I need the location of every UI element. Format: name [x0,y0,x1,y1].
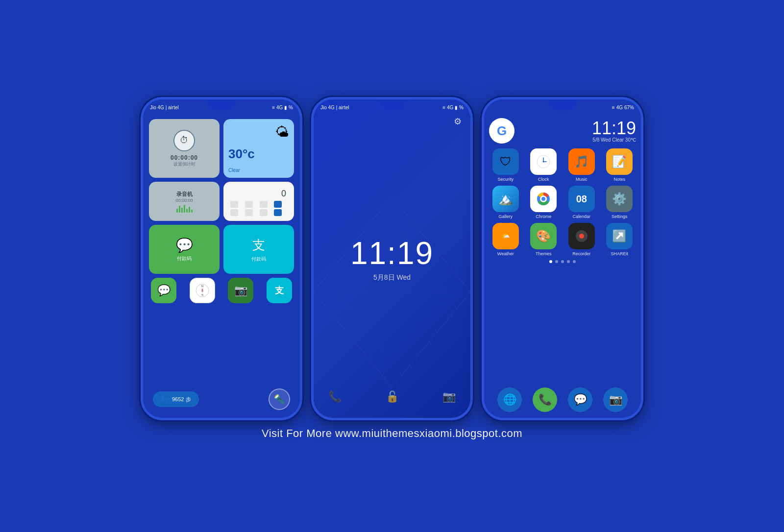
svg-point-19 [541,197,545,201]
wave-bar-7 [191,210,193,213]
recorder-title: 录音机 [154,191,215,198]
lock-time: 11:19 [350,235,434,271]
app-notes[interactable]: 📝 Notes [603,148,637,182]
lockscreen-background: ⚙ 11:19 5月8日 Wed 📞 🔓 📷 [314,99,470,418]
app-recorder[interactable]: Recorder [565,223,598,256]
settings-icon: ⚙️ [606,186,633,212]
app-shareit[interactable]: ↗️ SHAREit [603,223,637,256]
phone1-content: ⏱ 00:00:00 设置倒计时 🌤 30°c Clear 录音机 [143,114,300,418]
calc-btn-6 [245,209,253,216]
app-dock: 🌐 📞 💬 📷 [484,387,641,412]
themes-icon: 🎨 [530,223,557,249]
app-weather[interactable]: 🌤️ Weather [489,223,522,256]
notch-right [548,99,577,110]
wave-bar-1 [176,209,178,213]
steps-button[interactable]: 👣 9652 步 [153,391,199,407]
flashlight-icon: 🔦 [274,394,285,405]
home-header: G 11:19 5/8 Wed Clear 30℃ [489,118,636,144]
app-clock[interactable]: Clock [527,148,561,182]
app-gallery[interactable]: 🏔️ Gallery [489,186,522,219]
phone3-content: G 11:19 5/8 Wed Clear 30℃ 🛡 Security [484,114,641,418]
gallery-label: Gallery [498,214,513,219]
svg-text:S: S [201,293,203,296]
app-alipay-small[interactable]: 支 [267,278,292,303]
app-compass[interactable]: N S [190,278,215,303]
app-security[interactable]: 🛡 Security [489,148,522,182]
carrier-middle: Jio 4G | airtel [320,105,349,110]
chrome-svg [536,191,551,207]
phone-left: Jio 4G | airtel ≡ 4G ▮ % ⏱ 00:00:00 设置倒计… [141,97,302,420]
recorder-wave [154,205,215,213]
dot-5 [573,260,576,263]
flashlight-button[interactable]: 🔦 [269,388,290,410]
calc-btn-3 [260,201,268,208]
widget-wechat: 💬 付款码 [149,225,220,274]
calc-buttons [228,201,289,216]
phone-right-screen: ≡ 4G 67% G 11:19 5/8 Wed Clear 30℃ [484,99,641,418]
weather-icon-home: 🌤️ [492,223,519,249]
calendar-date-num: 08 [576,193,587,205]
app-grid-row1: 🛡 Security Clock [489,148,636,182]
calc-btn-5 [230,209,238,216]
compass-svg: N S [195,283,210,298]
lock-settings-icon[interactable]: ⚙ [454,116,462,127]
lock-phone-icon[interactable]: 📞 [328,390,342,403]
svg-text:N: N [201,285,203,288]
widget-clock-time: 00:00:00 [171,154,198,161]
phones-container: Jio 4G | airtel ≡ 4G ▮ % ⏱ 00:00:00 设置倒计… [141,97,643,420]
chrome-label: Chrome [536,214,551,219]
widget-grid-row1: ⏱ 00:00:00 设置倒计时 🌤 30°c Clear [149,119,294,178]
google-g-icon: G [497,123,507,139]
shareit-label: SHAREit [611,251,628,256]
widget-weather: 🌤 30°c Clear [223,119,294,178]
widget-clock-label: 设置倒计时 [173,161,196,168]
app-calendar[interactable]: 08 Calendar [565,186,598,219]
app-themes[interactable]: 🎨 Themes [527,223,561,256]
widget-recorder: 录音机 00:00:00 [149,182,220,221]
dot-3 [561,260,564,263]
app-chrome[interactable]: Chrome [527,186,561,219]
dock-browser[interactable]: 🌐 [497,387,522,412]
shareit-icon: ↗️ [606,223,633,249]
app-grid-row2: 🏔️ Gallery [489,186,636,219]
widget-clock: ⏱ 00:00:00 设置倒计时 [149,119,220,178]
lock-camera-icon[interactable]: 📷 [442,390,456,403]
dock-camera[interactable]: 📷 [603,387,628,412]
dock-phone[interactable]: 📞 [533,387,557,412]
widget-grid-row2: 录音机 00:00:00 0 [149,182,294,221]
clock-svg [536,154,551,169]
steps-count: 9652 步 [172,396,191,403]
steps-icon: 👣 [161,395,169,403]
wave-bar-3 [181,208,183,213]
app-wechat-small[interactable]: 💬 [151,278,176,303]
clock-label: Clock [538,177,549,182]
calc-display: 0 [228,187,289,201]
bottom-apps-row: 💬 N S 📷 支 [149,278,294,303]
home-date: 5/8 Wed Clear 30℃ [592,137,636,143]
4g-right: 4G [616,105,623,110]
home-time-block: 11:19 5/8 Wed Clear 30℃ [592,120,636,143]
app-grid-row3: 🌤️ Weather 🎨 Themes Recorder [489,223,636,256]
recorder-icon [568,223,595,249]
chrome-icon [530,186,557,212]
music-label: Music [576,177,588,182]
app-camera[interactable]: 📷 [228,278,253,303]
widget-calculator: 0 [223,182,294,221]
lock-unlock-icon[interactable]: 🔓 [386,390,399,403]
wave-bar-5 [186,209,188,213]
weather-temp: 30°c [228,146,289,162]
calc-btn-4 [274,201,282,208]
gallery-icon: 🏔️ [492,186,519,212]
app-settings[interactable]: ⚙️ Settings [603,186,637,219]
dock-messages[interactable]: 💬 [568,387,592,412]
dot-1 [549,260,552,263]
4g-left: 4G [276,105,283,110]
settings-label: Settings [612,214,628,219]
clock-icon [530,148,557,175]
google-button[interactable]: G [489,118,514,144]
svg-line-11 [392,292,470,387]
calc-btn-8 [274,209,282,216]
battery-right: 67% [624,105,634,110]
app-music[interactable]: 🎵 Music [565,148,598,182]
phone-middle-screen: Jio 4G | airtel ≡ 4G ▮ % [314,99,470,418]
